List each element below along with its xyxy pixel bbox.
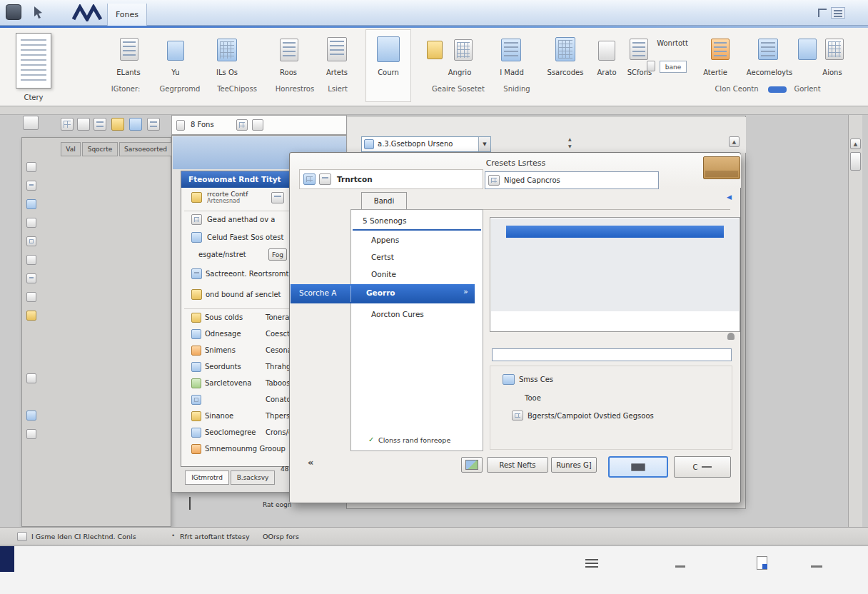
sidebar-tool-icon[interactable]	[26, 199, 36, 209]
ribbon-item-ssarcodes[interactable]: Ssarcodes	[538, 69, 592, 76]
list-item[interactable]: Snimens	[205, 346, 236, 354]
search-tool-icon[interactable]	[23, 116, 39, 130]
left-panel-tab-val[interactable]: Val	[61, 142, 81, 156]
sidebar-tool-icon[interactable]	[26, 311, 36, 321]
ribbon-icon-yu[interactable]	[167, 41, 184, 61]
run-button[interactable]: Runres G]	[551, 457, 597, 473]
row-label[interactable]: Sactreeont. Reortsromt	[206, 270, 289, 278]
category-item-oonite[interactable]: Oonite	[371, 270, 396, 278]
row-label[interactable]: Celud Faest Sos otest	[207, 233, 283, 241]
sidebar-tool-icon[interactable]	[26, 236, 36, 246]
sidebar-tool-icon[interactable]	[26, 429, 36, 439]
list-item[interactable]: Smnemounmg Grooup	[205, 445, 286, 453]
spinner-down-icon[interactable]: ▼	[568, 144, 572, 148]
ribbon-item-aecomeloyts[interactable]: Aecomeloyts	[738, 69, 801, 76]
cancel-button[interactable]: C	[674, 456, 731, 478]
vertical-scrollbar[interactable]: ▲	[848, 115, 862, 527]
hamburger-menu-icon[interactable]	[585, 559, 598, 560]
list-item[interactable]: Coesct	[266, 330, 290, 338]
sidebar-tool-icon[interactable]	[26, 411, 36, 421]
scroll-up-button[interactable]: ▲	[729, 136, 740, 147]
ribbon-mini-doc-icon[interactable]	[647, 61, 655, 71]
ribbon-icon-ils-os[interactable]	[217, 39, 237, 61]
ribbon-item-aions[interactable]: Aions	[809, 69, 855, 76]
list-item[interactable]: Sarcletovena	[205, 379, 251, 387]
ribbon-icon-aions[interactable]	[825, 39, 844, 60]
ribbon-icon-roos[interactable]	[280, 39, 298, 61]
toolbar-list-icon[interactable]	[94, 118, 106, 131]
tab-bandi[interactable]: Bandi	[361, 192, 407, 210]
checkbox-smss[interactable]	[503, 374, 515, 385]
ribbon-item-wonrtott[interactable]: Wonrtott	[647, 39, 698, 47]
list-item[interactable]: Seoclomegree	[205, 428, 256, 436]
left-panel-tab-sarsoeoorted[interactable]: Sarsoeoorted	[119, 142, 172, 156]
ribbon-item-roos[interactable]: Roos	[266, 69, 311, 76]
spinner-up-icon[interactable]: ▲	[568, 136, 572, 141]
ribbon-icon-atertie[interactable]	[711, 39, 730, 60]
ribbon-item-artets[interactable]: Artets	[314, 69, 360, 76]
ribbon-item-madd[interactable]: I Madd	[487, 69, 537, 76]
toolbar-table-icon[interactable]	[129, 118, 142, 131]
back-arrow-icon[interactable]: ◀	[727, 193, 732, 201]
ribbon-field-bane[interactable]: bane	[660, 61, 687, 73]
row-label[interactable]: ond bound af senclet	[206, 291, 281, 298]
ribbon-item-courn[interactable]: Courn	[367, 69, 410, 76]
name-field[interactable]	[492, 348, 732, 361]
checkbox-smss-label[interactable]: Smss Ces	[519, 376, 553, 383]
ribbon-item-atertie[interactable]: Atertie	[694, 69, 737, 76]
sidebar-tool-icon[interactable]	[26, 218, 36, 228]
document-preview-button[interactable]	[16, 33, 51, 89]
left-panel-tab-sqocrte[interactable]: Sqocrte	[82, 142, 118, 156]
ribbon-item-yu[interactable]: Yu	[154, 69, 197, 76]
list-item[interactable]: Sous colds	[205, 313, 243, 321]
selected-category-row[interactable]: Scorche A Georro »	[291, 284, 475, 303]
ribbon-icon-madd[interactable]	[501, 39, 521, 61]
list-item[interactable]: Odnesage	[205, 330, 241, 338]
category-item-appens[interactable]: Appens	[371, 236, 399, 244]
list-item[interactable]: Taboos	[266, 379, 290, 387]
ribbon-icon-scfons[interactable]	[630, 39, 648, 60]
option-item-label[interactable]: Bgersts/Campoiot Ovstied Gegsoos	[528, 412, 654, 420]
pin-icon[interactable]	[818, 9, 827, 17]
row-label[interactable]: Gead anethad ov a	[207, 216, 275, 223]
ribbon-icon-ssarcodes[interactable]	[555, 37, 575, 61]
document-count-icon[interactable]	[757, 556, 767, 570]
ribbon-icon-artets[interactable]	[327, 37, 347, 61]
category-item-aorcton[interactable]: Aorcton Cures	[371, 310, 424, 318]
collapse-chevron-icon[interactable]	[176, 120, 185, 131]
cursor-icon[interactable]	[31, 5, 46, 21]
app-icon[interactable]	[6, 4, 21, 20]
bottom-tab-bsacksvy[interactable]: B.sacksvy	[231, 470, 275, 485]
toolbar-grid-icon[interactable]	[61, 118, 74, 131]
toolbar-menu-icon[interactable]	[147, 118, 160, 131]
fonts-grid-icon[interactable]	[236, 119, 248, 131]
ribbon-icon-pencil[interactable]	[427, 41, 443, 59]
list-item[interactable]: Seordunts	[205, 363, 241, 371]
fonts-search-icon[interactable]	[252, 119, 263, 131]
sidebar-tool-icon[interactable]	[26, 273, 36, 283]
tab-fones[interactable]: Fones	[107, 4, 147, 26]
collapse-icon[interactable]: «	[308, 457, 313, 468]
ribbon-icon-elants[interactable]	[120, 38, 138, 61]
ribbon-icon-arato[interactable]	[598, 41, 615, 61]
toolbar-eraser-icon[interactable]	[111, 118, 124, 131]
ribbon-item-ils-os[interactable]: ILs Os	[203, 69, 251, 76]
picture-button[interactable]	[461, 457, 483, 473]
sidebar-tool-icon[interactable]	[26, 373, 36, 383]
sidebar-tool-icon[interactable]	[26, 255, 36, 265]
template-combo[interactable]: a.3.Gsetbopn Urseno ▼	[361, 136, 491, 152]
window-menu-icon[interactable]	[831, 7, 845, 19]
list-item[interactable]: Thrahg	[266, 363, 291, 371]
toolbar-arrow-icon[interactable]	[77, 118, 90, 131]
ribbon-icon-gorlent[interactable]	[798, 39, 817, 60]
sidebar-tool-icon[interactable]	[26, 181, 36, 191]
scrollbar-thumb[interactable]	[850, 152, 861, 171]
list-item[interactable]: Sinanoe	[205, 412, 233, 420]
sidebar-tool-icon[interactable]	[26, 162, 36, 172]
ribbon-item-elants[interactable]: ELants	[104, 69, 153, 76]
ribbon-icon-aecomeloyts[interactable]	[758, 39, 778, 60]
ribbon-icon-courn[interactable]	[377, 36, 400, 62]
ribbon-item-angrio[interactable]: Angrio	[437, 69, 483, 76]
bottom-tab-igtmrotrd[interactable]: IGtmrotrd	[185, 470, 229, 485]
combo-dropdown-button[interactable]: ▼	[478, 137, 490, 151]
